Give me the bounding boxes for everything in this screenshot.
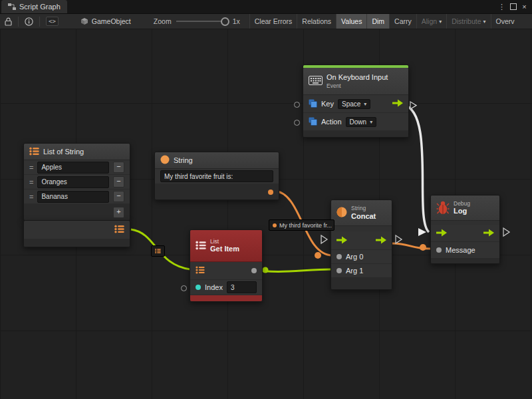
message-input-port[interactable] — [436, 247, 442, 253]
remove-item-button[interactable]: − — [113, 191, 124, 202]
keyboard-node-header[interactable]: On Keyboard Input Event — [303, 68, 408, 95]
log-flow-out-port[interactable] — [483, 229, 494, 238]
list-icon — [155, 247, 161, 255]
caret-down-icon: ▾ — [439, 19, 442, 25]
caret-down-icon: ▾ — [364, 101, 366, 107]
index-port-external[interactable] — [181, 285, 187, 291]
list-node-footer — [24, 239, 130, 247]
node-list-of-string[interactable]: List of String = Apples − = Oranges − = … — [23, 143, 130, 221]
caret-down-icon: ▾ — [483, 19, 486, 25]
string-node-header[interactable]: String — [155, 152, 279, 169]
list-node-header[interactable]: List of String — [24, 144, 130, 160]
keyboard-key-row: Key Space ▾ — [303, 95, 408, 113]
arg0-input-port[interactable] — [336, 254, 342, 259]
window-titlebar: Script Graph ⋮ × — [0, 0, 532, 13]
flow-triangle-log-right — [503, 228, 509, 236]
node-string-literal[interactable]: String My third favorite fruit is: — [154, 152, 279, 200]
index-value-input[interactable]: 3 — [227, 281, 257, 293]
zoom-slider[interactable] — [176, 21, 228, 22]
getitem-category: List — [210, 238, 239, 245]
wire-list-badge — [151, 245, 165, 257]
overview-button[interactable]: Overv — [491, 14, 519, 29]
log-message-row: Message — [431, 242, 499, 259]
drag-handle-icon[interactable]: = — [29, 178, 33, 186]
window-maximize-button[interactable] — [508, 1, 518, 12]
log-flow-in-port[interactable] — [436, 229, 447, 238]
wire-getitem-to-concat[interactable] — [252, 269, 331, 272]
concat-flow-out-port[interactable] — [376, 236, 386, 245]
remove-item-button[interactable]: − — [113, 162, 124, 173]
list-add-row: + — [24, 204, 130, 220]
drag-handle-icon[interactable]: = — [29, 193, 33, 201]
values-toggle[interactable]: Values — [336, 14, 366, 29]
node-on-keyboard-input[interactable]: On Keyboard Input Event Key Space ▾ — [303, 65, 409, 138]
toolbar-separator — [39, 17, 40, 27]
tab-script-graph[interactable]: Script Graph — [1, 0, 67, 13]
list-item-field-2[interactable]: Bananas — [37, 191, 109, 203]
distribute-dropdown[interactable]: Distribute ▾ — [446, 14, 490, 29]
window-controls: ⋮ × — [497, 1, 532, 12]
string-value-input[interactable]: My third favorite fruit is: — [160, 170, 273, 182]
value-dot-orange-message — [420, 244, 426, 251]
list-output-port[interactable] — [114, 225, 124, 235]
getitem-output-port[interactable] — [251, 268, 257, 273]
action-port-external[interactable] — [294, 120, 300, 126]
info-button[interactable] — [20, 14, 38, 29]
flow-triangle-keyboard-out — [410, 102, 416, 109]
log-node-footer — [431, 259, 499, 263]
gameobject-selector[interactable]: GameObject — [80, 17, 131, 25]
string-output-port[interactable] — [268, 190, 273, 195]
log-category: Debug — [454, 200, 470, 207]
drag-handle-icon[interactable]: = — [29, 164, 33, 172]
concat-title: Concat — [351, 212, 376, 221]
info-icon — [25, 17, 33, 26]
keyboard-flow-out-port[interactable] — [392, 99, 403, 108]
relations-button[interactable]: Relations — [297, 14, 336, 29]
getitem-list-input-port[interactable] — [196, 266, 205, 275]
wire-value-tooltip: My third favorite fr... — [269, 219, 334, 231]
keyboard-node-title: On Keyboard Input — [327, 73, 388, 82]
toolbar-separator — [18, 17, 19, 27]
key-type-icon — [309, 99, 317, 109]
concat-flow-row — [331, 231, 392, 250]
list-item-row: = Apples − — [24, 160, 130, 175]
getitem-node-header[interactable]: List Get Item — [190, 230, 262, 262]
key-dropdown[interactable]: Space ▾ — [338, 99, 370, 109]
dim-toggle[interactable]: Dim — [366, 14, 389, 29]
key-port-external[interactable] — [294, 102, 300, 108]
zoom-label: Zoom — [154, 17, 172, 25]
code-icon: <> — [46, 17, 59, 26]
align-dropdown[interactable]: Align ▾ — [416, 14, 446, 29]
clear-errors-button[interactable]: Clear Errors — [249, 14, 297, 29]
concat-node-footer — [331, 278, 392, 289]
node-get-item[interactable]: List Get Item Index 3 — [190, 229, 263, 302]
index-label: Index — [205, 283, 223, 291]
concat-flow-in-port[interactable] — [336, 236, 347, 245]
window-menu-button[interactable]: ⋮ — [497, 1, 507, 12]
lock-button[interactable] — [0, 14, 17, 29]
log-flow-row — [431, 225, 499, 242]
tooltip-type-dot — [273, 223, 277, 227]
node-debug-log[interactable]: Debug Log Message — [430, 195, 500, 264]
arg1-input-port[interactable] — [336, 268, 342, 273]
list-icon — [196, 241, 206, 251]
carry-button[interactable]: Carry — [389, 14, 416, 29]
wire-concat-to-log[interactable] — [392, 243, 431, 249]
list-item-field-1[interactable]: Oranges — [37, 176, 109, 188]
window-close-button[interactable]: × — [519, 1, 529, 12]
log-node-header[interactable]: Debug Log — [431, 196, 499, 221]
node-list-of-string-body[interactable] — [23, 220, 130, 247]
list-item-field-0[interactable]: Apples — [37, 162, 109, 174]
concat-node-header[interactable]: String Concat — [331, 200, 392, 226]
node-concat[interactable]: String Concat Arg 0 Arg 1 — [331, 200, 392, 290]
code-view-button[interactable]: <> — [41, 14, 63, 29]
add-item-button[interactable]: + — [113, 207, 124, 218]
index-input-port[interactable] — [196, 285, 201, 290]
remove-item-button[interactable]: − — [113, 176, 124, 188]
zoom-slider-thumb[interactable] — [221, 17, 229, 26]
graph-canvas[interactable]: List of String = Apples − = Oranges − = … — [0, 0, 532, 399]
getitem-title: Get Item — [210, 245, 239, 253]
concat-category: String — [351, 205, 376, 211]
bug-icon — [436, 200, 450, 216]
action-dropdown[interactable]: Down ▾ — [346, 117, 377, 127]
